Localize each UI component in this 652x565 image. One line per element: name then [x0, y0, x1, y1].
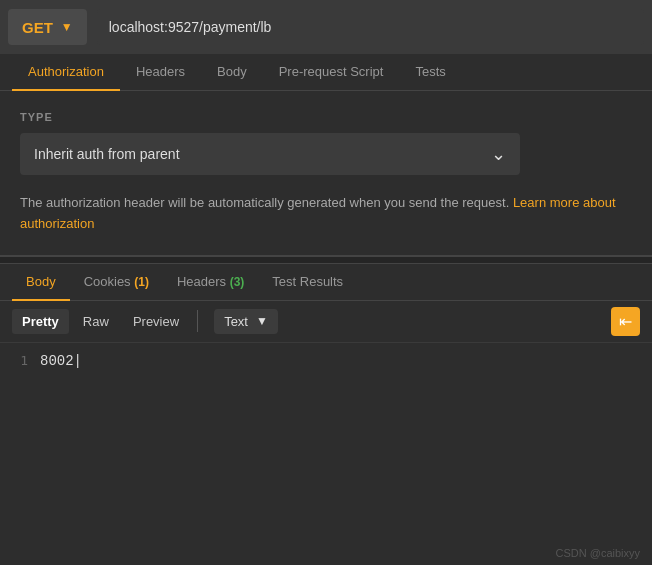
- tab-headers-bottom[interactable]: Headers (3): [163, 264, 258, 301]
- top-tabs: Authorization Headers Body Pre-request S…: [0, 54, 652, 91]
- auth-panel: TYPE Inherit auth from parent ⌄ The auth…: [0, 91, 652, 256]
- line-number-1: 1: [0, 353, 40, 368]
- tab-headers[interactable]: Headers: [120, 54, 201, 91]
- tab-authorization[interactable]: Authorization: [12, 54, 120, 91]
- code-editor: 1 8002|: [0, 343, 652, 403]
- auth-type-select[interactable]: Inherit auth from parent ⌄: [20, 133, 520, 175]
- format-row: Pretty Raw Preview Text ▼ ⇤: [0, 301, 652, 343]
- headers-badge: (3): [230, 275, 245, 289]
- format-raw-btn[interactable]: Raw: [73, 309, 119, 334]
- panel-divider: [0, 256, 652, 264]
- text-type-select[interactable]: Text ▼: [214, 309, 278, 334]
- wrap-icon: ⇤: [619, 312, 632, 331]
- auth-info-text: The authorization header will be automat…: [20, 195, 509, 210]
- format-pretty-btn[interactable]: Pretty: [12, 309, 69, 334]
- tab-body-bottom[interactable]: Body: [12, 264, 70, 301]
- bottom-tabs: Body Cookies (1) Headers (3) Test Result…: [0, 264, 652, 301]
- footer-watermark: CSDN @caibixyy: [555, 547, 640, 559]
- format-preview-btn[interactable]: Preview: [123, 309, 189, 334]
- type-label: TYPE: [20, 111, 632, 123]
- code-line-1: 1 8002|: [0, 351, 652, 371]
- wrap-text-btn[interactable]: ⇤: [611, 307, 640, 336]
- auth-info: The authorization header will be automat…: [20, 193, 632, 235]
- auth-chevron-icon: ⌄: [491, 143, 506, 165]
- method-label: GET: [22, 19, 53, 36]
- url-input[interactable]: [97, 9, 644, 45]
- auth-type-value: Inherit auth from parent: [34, 146, 180, 162]
- tab-body[interactable]: Body: [201, 54, 263, 91]
- tab-cookies[interactable]: Cookies (1): [70, 264, 163, 301]
- format-divider: [197, 310, 198, 332]
- tab-pre-request-script[interactable]: Pre-request Script: [263, 54, 400, 91]
- top-bar: GET ▼: [0, 0, 652, 54]
- tab-test-results[interactable]: Test Results: [258, 264, 357, 301]
- cookies-badge: (1): [134, 275, 149, 289]
- method-dropdown[interactable]: GET ▼: [8, 9, 87, 45]
- text-select-chevron-icon: ▼: [256, 314, 268, 328]
- tab-tests[interactable]: Tests: [399, 54, 461, 91]
- line-content-1[interactable]: 8002|: [40, 353, 82, 369]
- method-chevron-icon: ▼: [61, 20, 73, 34]
- text-type-label: Text: [224, 314, 248, 329]
